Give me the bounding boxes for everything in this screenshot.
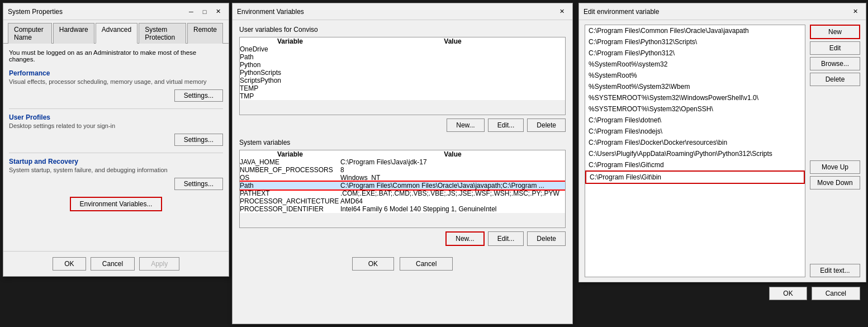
sys-props-title: System Properties [8, 8, 63, 16]
edit-env-new-btn[interactable]: New [810, 25, 860, 39]
edit-env-close[interactable]: ✕ [849, 6, 861, 18]
user-profiles-header: User Profiles [9, 113, 223, 121]
path-item[interactable]: C:\Program Files\Common Files\Oracle\Jav… [585, 25, 805, 36]
path-item[interactable]: C:\Program Files\nodejs\ [585, 126, 805, 137]
system-vars-btn-row: New... Edit... Delete [239, 231, 566, 246]
tab-computer-name[interactable]: Computer Name [8, 23, 52, 44]
edit-env-ok-btn[interactable]: OK [769, 287, 807, 300]
edit-env-content: C:\Program Files\Common Files\Oracle\Jav… [579, 20, 866, 282]
system-new-btn[interactable]: New... [445, 231, 484, 246]
startup-recovery-header: Startup and Recovery [9, 158, 223, 165]
path-item[interactable]: %SYSTEMROOT%\System32\OpenSSH\ [585, 103, 805, 115]
edit-env-move-up-btn[interactable]: Move Up [810, 160, 860, 174]
tab-advanced[interactable]: Advanced [96, 23, 137, 44]
sys-props-controls: ─ □ ✕ [185, 6, 224, 18]
system-var-row[interactable]: PROCESSOR_ARCHITECTUREAMD64 [240, 197, 565, 205]
sys-props-cancel-btn[interactable]: Cancel [91, 257, 135, 271]
path-item[interactable]: %SystemRoot% [585, 70, 805, 81]
edit-env-title: Edit environment variable [584, 8, 659, 16]
edit-env-edit-btn[interactable]: Edit [810, 41, 860, 55]
system-var-row[interactable]: PROCESSOR_IDENTIFIERIntel64 Family 6 Mod… [240, 205, 565, 213]
env-vars-titlebar: Environment Variables ✕ [233, 3, 572, 20]
edit-env-cancel-btn[interactable]: Cancel [812, 287, 860, 300]
system-vars-section-title: System variables [239, 139, 566, 146]
user-var-row[interactable]: Python [240, 61, 565, 69]
path-item[interactable]: %SYSTEMROOT%\System32\WindowsPowerShell\… [585, 92, 805, 103]
performance-settings-btn[interactable]: Settings... [174, 89, 223, 102]
path-item[interactable]: C:\Program Files\Git\cmd [585, 159, 805, 170]
system-var-row[interactable]: JAVA_HOMEC:\Program Files\Java\jdk-17 [240, 158, 565, 166]
path-item[interactable]: C:\Program Files\Python312\ [585, 48, 805, 59]
path-item[interactable]: C:\Program Files\dotnet\ [585, 115, 805, 126]
divider2 [9, 153, 223, 153]
user-profiles-desc: Desktop settings related to your sign-in [9, 122, 223, 129]
system-var-row[interactable]: NUMBER_OF_PROCESSORS8 [240, 166, 565, 174]
env-vars-title: Environment Variables [237, 8, 304, 16]
system-var-row[interactable]: PathC:\Program Files\Common Files\Oracle… [240, 182, 565, 189]
path-item[interactable]: C:\Program Files\Docker\Docker\resources… [585, 137, 805, 148]
sys-props-tabs: Computer Name Hardware Advanced System P… [3, 20, 229, 44]
user-var-row[interactable]: TMP [240, 92, 565, 100]
env-vars-controls: ✕ [556, 6, 568, 18]
performance-header: Performance [9, 69, 223, 77]
edit-env-move-down-btn[interactable]: Move Down [810, 176, 860, 189]
admin-info-text: You must be logged on as an Administrato… [9, 49, 223, 63]
system-properties-window: System Properties ─ □ ✕ Computer Name Ha… [3, 3, 229, 277]
edit-env-titlebar: Edit environment variable ✕ [579, 3, 866, 20]
sys-props-ok-btn[interactable]: OK [53, 257, 86, 271]
user-vars-btn-row: New... Edit... Delete [239, 119, 566, 132]
startup-recovery-desc: System startup, system failure, and debu… [9, 167, 223, 173]
system-col-variable: Variable [240, 150, 340, 158]
user-col-variable: Variable [240, 37, 340, 45]
sys-props-content: You must be logged on as an Administrato… [3, 44, 229, 221]
system-edit-btn[interactable]: Edit... [488, 231, 524, 246]
system-vars-table: Variable Value JAVA_HOMEC:\Program Files… [240, 150, 565, 213]
edit-env-edit-text-btn[interactable]: Edit text... [810, 264, 860, 277]
tab-remote[interactable]: Remote [187, 23, 223, 44]
startup-recovery-settings-btn[interactable]: Settings... [174, 178, 223, 190]
edit-env-controls: ✕ [849, 6, 861, 18]
system-delete-btn[interactable]: Delete [527, 231, 566, 246]
tab-hardware[interactable]: Hardware [53, 23, 94, 44]
performance-desc: Visual effects, processor scheduling, me… [9, 78, 223, 85]
env-vars-close[interactable]: ✕ [556, 6, 568, 18]
user-var-row[interactable]: PythonScripts [240, 69, 565, 77]
system-var-row[interactable]: PATHEXT.COM;.EXE;.BAT;.CMD;.VBS;.VBE;.JS… [240, 189, 565, 197]
user-edit-btn[interactable]: Edit... [488, 119, 524, 132]
edit-env-window: Edit environment variable ✕ C:\Program F… [578, 3, 866, 282]
path-item[interactable]: C:\Program Files\Git\bin [585, 170, 805, 184]
sys-props-close[interactable]: ✕ [212, 6, 224, 18]
env-ok-btn[interactable]: OK [352, 257, 394, 271]
user-var-row[interactable]: OneDrive [240, 45, 565, 53]
sys-props-apply-btn[interactable]: Apply [139, 257, 179, 271]
user-vars-table: Variable Value OneDrivePathPythonPythonS… [240, 37, 565, 100]
path-item[interactable]: C:\Program Files\Python312\Scripts\ [585, 36, 805, 48]
env-cancel-btn[interactable]: Cancel [400, 257, 453, 271]
edit-env-delete-btn[interactable]: Delete [810, 73, 860, 86]
env-ok-cancel-row: OK Cancel [239, 253, 566, 275]
user-var-row[interactable]: Path [240, 53, 565, 61]
user-new-btn[interactable]: New... [447, 119, 484, 132]
env-variables-btn[interactable]: Environment Variables... [70, 197, 163, 211]
user-vars-table-container[interactable]: Variable Value OneDrivePathPythonPythonS… [239, 37, 566, 115]
sys-props-bottom-btns: OK Cancel Apply [3, 251, 229, 276]
sys-props-titlebar: System Properties ─ □ ✕ [3, 3, 229, 20]
user-var-row[interactable]: TEMP [240, 84, 565, 92]
sys-props-maximize[interactable]: □ [198, 6, 211, 18]
divider1 [9, 108, 223, 109]
system-var-row[interactable]: OSWindows_NT [240, 174, 565, 182]
path-list-container[interactable]: C:\Program Files\Common Files\Oracle\Jav… [585, 25, 805, 277]
sys-props-minimize[interactable]: ─ [185, 6, 197, 18]
edit-env-browse-btn[interactable]: Browse... [810, 57, 860, 70]
system-vars-table-container[interactable]: Variable Value JAVA_HOMEC:\Program Files… [239, 150, 566, 228]
path-item[interactable]: %SystemRoot%\System32\Wbem [585, 81, 805, 92]
system-col-value: Value [340, 150, 565, 158]
tab-system-protection[interactable]: System Protection [139, 23, 186, 44]
user-delete-btn[interactable]: Delete [527, 119, 566, 132]
edit-env-bottom: OK Cancel [579, 282, 866, 305]
path-item[interactable]: %SystemRoot%\system32 [585, 59, 805, 70]
user-profiles-settings-btn[interactable]: Settings... [174, 134, 223, 146]
path-item[interactable]: C:\Users\Plugify\AppData\Roaming\Python\… [585, 148, 805, 159]
user-col-value: Value [340, 37, 565, 45]
user-var-row[interactable]: ScriptsPython [240, 77, 565, 84]
